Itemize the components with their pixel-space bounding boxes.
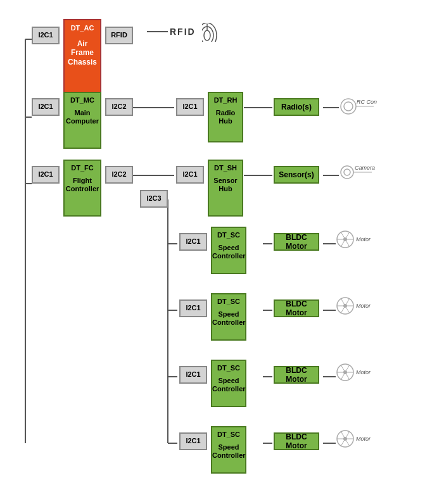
motor-sc3: BLDC Motor xyxy=(274,366,319,384)
fan-icon-sc1: Motor xyxy=(336,227,374,254)
dt-sc3: DT_SC Speed Controller xyxy=(211,360,246,407)
svg-point-52 xyxy=(343,370,347,374)
dt-sc1: DT_SC Speed Controller xyxy=(211,227,246,274)
rfid-label: RFID xyxy=(170,23,227,42)
svg-text:Camera: Camera xyxy=(355,165,375,171)
svg-point-28 xyxy=(341,99,356,114)
camera-icon: Camera xyxy=(339,161,380,186)
dt-ac: DT_AC Air Frame Chassis xyxy=(63,19,101,95)
fan-svg-3: Motor xyxy=(336,360,374,385)
rfid-box: RFID xyxy=(105,27,133,44)
i2c-ac: I2C1 xyxy=(32,27,60,44)
dt-fc: DT_FC Flight Controller xyxy=(63,160,101,217)
i2c-sc4: I2C1 xyxy=(179,432,207,450)
svg-point-40 xyxy=(343,237,347,241)
i2c-sh1: I2C1 xyxy=(176,166,204,184)
i2c-mc1: I2C1 xyxy=(32,98,60,116)
svg-point-29 xyxy=(344,102,353,111)
radios-box: Radio(s) xyxy=(274,98,319,116)
dt-rh: DT_RH Radio Hub xyxy=(208,92,243,142)
fan-svg-4: Motor xyxy=(336,426,374,451)
i2c-mc2: I2C2 xyxy=(105,98,133,116)
diagram: I2C1 DT_AC Air Frame Chassis RFID RFID I… xyxy=(0,0,425,504)
fan-icon-sc2: Motor xyxy=(336,293,374,320)
svg-point-33 xyxy=(344,169,350,175)
i2c-sc3: I2C1 xyxy=(179,366,207,384)
motor-sc1: BLDC Motor xyxy=(274,233,319,251)
svg-point-46 xyxy=(343,304,347,308)
svg-point-32 xyxy=(341,166,353,179)
rfid-icon xyxy=(202,23,227,42)
svg-text:Motor: Motor xyxy=(356,236,371,243)
svg-text:Motor: Motor xyxy=(356,369,371,375)
i2c-sc1: I2C1 xyxy=(179,233,207,251)
fan-icon-sc4: Motor xyxy=(336,426,374,453)
dt-sh: DT_SH Sensor Hub xyxy=(208,160,243,217)
fan-svg-2: Motor xyxy=(336,293,374,318)
fan-icon-sc3: Motor xyxy=(336,360,374,387)
antenna-icon: RC Control xyxy=(339,94,377,121)
rc-antenna-svg: RC Control xyxy=(339,94,377,119)
i2c-fc1: I2C1 xyxy=(32,166,60,184)
dt-sc2: DT_SC Speed Controller xyxy=(211,293,246,341)
camera-svg: Camera xyxy=(339,161,380,184)
i2c-fc2: I2C2 xyxy=(105,166,133,184)
i2c-fc3: I2C3 xyxy=(140,190,168,208)
svg-point-58 xyxy=(343,437,347,441)
motor-sc2: BLDC Motor xyxy=(274,299,319,317)
dt-sc4: DT_SC Speed Controller xyxy=(211,426,246,474)
svg-text:RC Control: RC Control xyxy=(357,99,377,105)
i2c-rh1: I2C1 xyxy=(176,98,204,116)
fan-svg-1: Motor xyxy=(336,227,374,252)
sensors-box: Sensor(s) xyxy=(274,166,319,184)
svg-point-24 xyxy=(204,30,210,41)
i2c-sc2: I2C1 xyxy=(179,299,207,317)
dt-mc: DT_MC Main Computer xyxy=(63,92,101,149)
svg-text:Motor: Motor xyxy=(356,436,371,442)
svg-text:Motor: Motor xyxy=(356,303,371,309)
motor-sc4: BLDC Motor xyxy=(274,432,319,450)
